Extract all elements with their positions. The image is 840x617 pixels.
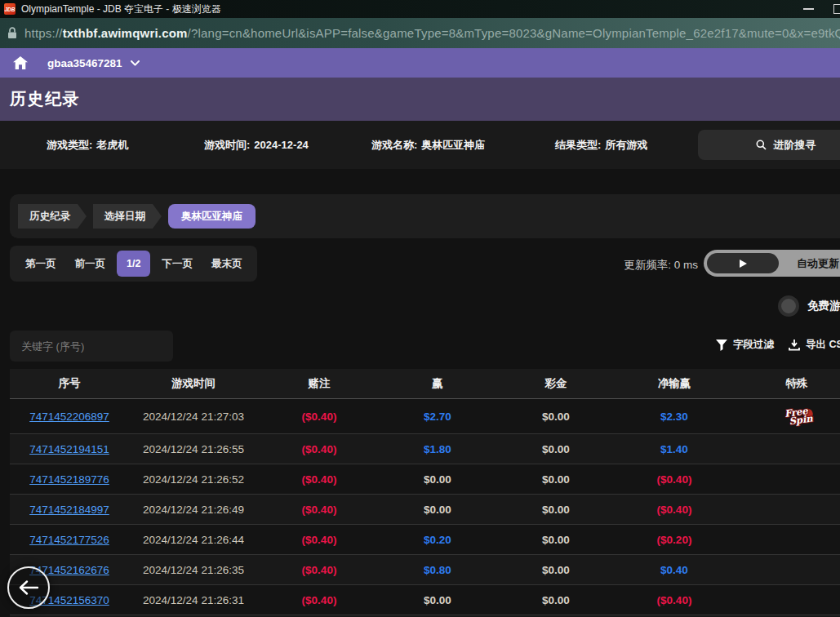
breadcrumb-history[interactable]: 历史纪录 (18, 204, 87, 229)
filter-result-type[interactable]: 结果类型:所有游戏 (555, 121, 647, 169)
row-net: ($0.40) (657, 594, 692, 606)
table-row: 74714521626762024/12/24 21:26:35($0.40)$… (10, 555, 840, 585)
filter-label: 游戏类型: (47, 138, 92, 153)
row-bet: ($0.40) (302, 504, 337, 516)
row-jackpot: $0.00 (542, 411, 570, 423)
row-time: 2024/12/24 21:27:03 (143, 411, 244, 423)
table-row: 74714521897762024/12/24 21:26:52($0.40)$… (10, 464, 840, 495)
page-title-bar: 历史纪录 (0, 78, 840, 121)
row-id-link[interactable]: 7471452206897 (29, 411, 109, 423)
row-win: $0.00 (424, 473, 451, 486)
browser-window: JDB OlympianTemple - JDB 夺宝电子 - 极速浏览器 ht… (0, 0, 840, 617)
first-page-button[interactable]: 第一页 (18, 252, 64, 276)
row-jackpot: $0.00 (542, 443, 570, 455)
table-row: 74714521941512024/12/24 21:26:55($0.40)$… (10, 434, 840, 464)
filter-value: 老虎机 (96, 138, 128, 153)
account-menu[interactable]: gbaa35467281 (47, 57, 140, 69)
row-time: 2024/12/24 21:26:52 (143, 473, 244, 486)
free-spin-badge: FreeSpin (780, 406, 813, 426)
chevron-down-icon (131, 60, 140, 66)
account-nav-bar: gbaa35467281 (0, 48, 840, 78)
row-bet: ($0.40) (302, 411, 337, 423)
url-text: https://txthbf.awimqwri.com/?lang=cn&hom… (24, 26, 840, 40)
home-icon[interactable] (13, 56, 28, 69)
row-net: $0.40 (660, 564, 688, 576)
filter-value: 2024-12-24 (254, 139, 309, 151)
pagination: 第一页前一页1/2下一页最末页 (10, 246, 257, 282)
row-id-link[interactable]: 7471452194151 (29, 443, 109, 455)
history-table: 序号游戏时间赌注赢彩金净输赢特殊 74714522068972024/12/24… (10, 369, 840, 617)
table-row: 74714521775262024/12/24 21:26:44($0.40)$… (10, 525, 840, 555)
play-icon (740, 260, 747, 268)
last-page-button[interactable]: 最末页 (204, 252, 250, 276)
row-jackpot: $0.00 (542, 504, 570, 516)
table-tools: 字段过滤 导出 CSV (716, 338, 840, 352)
breadcrumb-game[interactable]: 奥林匹亚神庙 (168, 204, 256, 229)
breadcrumb: 历史纪录选择日期奥林匹亚神庙 (10, 194, 840, 238)
row-win: $0.00 (424, 594, 451, 606)
row-net: ($0.20) (657, 534, 692, 546)
prev-page-button[interactable]: 前一页 (68, 252, 113, 276)
row-id-link[interactable]: 7471452189776 (29, 473, 109, 486)
table-row: 74714522068972024/12/24 21:27:03($0.40)$… (10, 399, 840, 434)
auto-refresh-toggle[interactable]: 自动更新 (704, 250, 840, 277)
window-title: OlympianTemple - JDB 夺宝电子 - 极速浏览器 (21, 2, 221, 16)
address-bar[interactable]: https://txthbf.awimqwri.com/?lang=cn&hom… (0, 18, 840, 48)
column-header: 特殊 (731, 369, 840, 398)
row-jackpot: $0.00 (542, 564, 570, 576)
download-icon (789, 340, 800, 351)
url-domain: txthbf.awimqwri.com (63, 26, 188, 40)
filter-bar: 游戏类型:老虎机游戏时间:2024-12-24游戏名称:奥林匹亚神庙结果类型:所… (0, 121, 840, 169)
auto-refresh-label: 自动更新 (797, 256, 839, 271)
filter-game-name[interactable]: 游戏名称:奥林匹亚神庙 (371, 121, 485, 169)
window-titlebar: JDB OlympianTemple - JDB 夺宝电子 - 极速浏览器 (0, 0, 840, 18)
funnel-icon (716, 340, 727, 351)
row-net: $2.30 (660, 411, 688, 423)
column-header: 彩金 (495, 369, 617, 398)
filter-game-type[interactable]: 游戏类型:老虎机 (47, 121, 128, 169)
current-page-button[interactable]: 1/2 (117, 251, 150, 277)
filter-label: 游戏时间: (204, 138, 250, 153)
column-header: 游戏时间 (129, 369, 258, 398)
row-id-link[interactable]: 7471452184997 (29, 504, 109, 516)
advanced-search-button[interactable]: 进阶搜寻 (698, 130, 840, 160)
window-controls (803, 0, 840, 18)
search-icon (756, 140, 767, 150)
column-header: 赌注 (258, 369, 380, 398)
column-header: 赢 (380, 369, 495, 398)
free-game-radio[interactable] (778, 295, 799, 317)
table-body: 74714522068972024/12/24 21:27:03($0.40)$… (10, 399, 840, 615)
next-page-button[interactable]: 下一页 (154, 252, 200, 276)
maximize-icon[interactable] (833, 4, 840, 14)
column-header: 净输赢 (617, 369, 731, 398)
search-input[interactable] (10, 331, 173, 362)
jdb-favicon-icon: JDB (4, 3, 16, 15)
free-game-filter: 免费游戏 (778, 295, 840, 317)
filter-value: 所有游戏 (605, 138, 647, 153)
table-header: 序号游戏时间赌注赢彩金净输赢特殊 (10, 369, 840, 399)
row-id-link[interactable]: 7471452177526 (29, 534, 109, 546)
table-row: 74714521563702024/12/24 21:26:31($0.40)$… (10, 585, 840, 615)
filter-game-time[interactable]: 游戏时间:2024-12-24 (204, 121, 309, 169)
row-bet: ($0.40) (302, 564, 337, 576)
filter-value: 奥林匹亚神庙 (421, 138, 485, 153)
row-win: $2.70 (424, 411, 451, 423)
column-header: 序号 (10, 369, 129, 398)
page-title: 历史纪录 (10, 88, 80, 110)
breadcrumb-select-date[interactable]: 选择日期 (93, 204, 162, 229)
row-net: $1.40 (660, 443, 688, 455)
back-button[interactable] (7, 566, 50, 609)
row-bet: ($0.40) (302, 443, 337, 455)
filter-label: 结果类型: (555, 138, 601, 153)
lock-icon (7, 27, 17, 39)
back-arrow-icon (18, 579, 39, 596)
field-filter-button[interactable]: 字段过滤 (716, 338, 774, 352)
row-time: 2024/12/24 21:26:35 (143, 564, 244, 576)
minimize-icon[interactable] (803, 8, 814, 10)
row-time: 2024/12/24 21:26:44 (143, 534, 244, 546)
row-net: ($0.40) (657, 504, 692, 516)
export-csv-button[interactable]: 导出 CSV (789, 338, 840, 352)
row-win: $0.20 (424, 534, 451, 546)
row-jackpot: $0.00 (542, 473, 570, 486)
play-knob[interactable] (707, 253, 779, 273)
